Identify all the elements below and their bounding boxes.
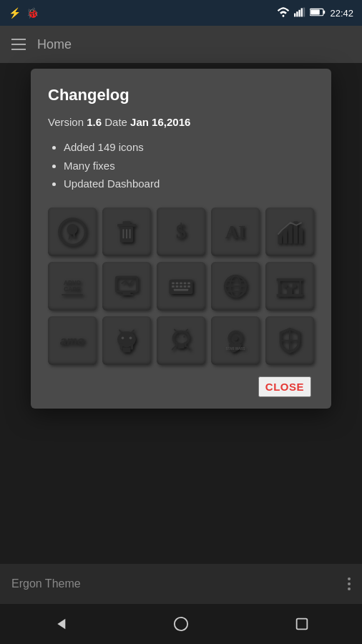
svg-text:$: $ — [176, 220, 187, 243]
version-number: 1.6 — [87, 116, 102, 128]
dialog-backdrop: Changelog Version 1.6 Date Jan 16,2016 A… — [0, 63, 362, 604]
svg-rect-27 — [120, 294, 133, 296]
icon-cell-ai: AI — [211, 208, 260, 256]
svg-rect-50 — [287, 287, 292, 293]
navigation-bar — [0, 604, 362, 644]
close-button[interactable]: CLOSE — [258, 376, 311, 397]
dot-2 — [348, 582, 351, 585]
status-bar-right: 22:42 — [277, 7, 353, 19]
svg-line-58 — [119, 330, 122, 333]
icon-cell-android — [102, 316, 151, 365]
signal-icon — [294, 7, 305, 19]
svg-point-76 — [175, 618, 187, 630]
svg-point-53 — [122, 336, 124, 339]
svg-rect-12 — [123, 229, 124, 238]
usb-icon: ⚡ — [9, 7, 21, 19]
svg-text:amo: amo — [60, 333, 84, 346]
svg-text:ADVO: ADVO — [64, 280, 81, 286]
svg-point-60 — [173, 331, 189, 344]
svg-line-68 — [172, 346, 176, 350]
icon-cell-pinterest — [48, 208, 97, 256]
svg-line-67 — [185, 329, 188, 332]
menu-button[interactable] — [11, 39, 26, 50]
svg-rect-19 — [288, 225, 293, 243]
svg-marker-75 — [58, 619, 66, 630]
icon-cell-monitor — [102, 262, 151, 311]
svg-rect-47 — [277, 294, 303, 297]
svg-rect-46 — [277, 278, 303, 281]
dot-1 — [348, 577, 351, 580]
svg-rect-77 — [296, 619, 307, 630]
svg-rect-3 — [301, 8, 303, 16]
overflow-menu-button[interactable] — [348, 577, 351, 590]
svg-rect-13 — [126, 229, 127, 238]
app-bar-title: Home — [37, 37, 72, 52]
changelog-item-2: Many fixes — [64, 157, 314, 175]
svg-rect-29 — [172, 282, 175, 284]
bottom-bar-title: Ergon Theme — [11, 577, 81, 590]
svg-rect-11 — [123, 221, 131, 224]
icon-cell-trash — [102, 208, 151, 256]
home-button[interactable] — [168, 611, 194, 637]
svg-rect-34 — [172, 286, 175, 288]
svg-rect-4 — [303, 7, 305, 16]
app-bar: Home — [0, 26, 362, 63]
svg-rect-55 — [120, 343, 123, 349]
svg-line-59 — [131, 330, 134, 333]
icon-cell-chart — [265, 208, 314, 256]
svg-rect-35 — [176, 286, 179, 288]
icon-cell-globe — [211, 262, 260, 311]
date-label: Date — [102, 116, 130, 128]
svg-rect-1 — [297, 11, 298, 16]
svg-rect-26 — [123, 291, 131, 294]
dot-3 — [348, 587, 351, 590]
svg-rect-37 — [184, 286, 187, 288]
version-label: Version — [48, 116, 87, 128]
svg-rect-38 — [187, 286, 190, 288]
svg-rect-7 — [311, 9, 321, 14]
icon-cell-android-dev — [157, 316, 205, 365]
icon-cell-keyboard — [157, 262, 205, 311]
icon-cell-building — [265, 262, 314, 311]
icon-cell-dollar: $ — [157, 208, 205, 256]
svg-rect-49 — [293, 283, 297, 288]
svg-rect-56 — [131, 343, 134, 349]
changelog-item-3: Updated Dashboard — [64, 175, 314, 193]
svg-rect-18 — [283, 229, 288, 243]
svg-line-66 — [175, 329, 177, 332]
dialog-version: Version 1.6 Date Jan 16,2016 — [48, 116, 314, 128]
svg-rect-25 — [116, 277, 137, 291]
svg-rect-2 — [299, 9, 300, 16]
svg-rect-30 — [176, 282, 179, 284]
changelog-item-1: Added 149 icons — [64, 138, 314, 157]
icon-cell-shield — [265, 316, 314, 365]
svg-rect-0 — [294, 13, 295, 16]
svg-line-69 — [186, 346, 190, 350]
icon-cell-starwars: STAR WARS — [211, 316, 260, 365]
bug-icon: 🐞 — [26, 7, 39, 19]
recents-button[interactable] — [289, 611, 315, 637]
svg-point-61 — [177, 336, 179, 338]
svg-rect-39 — [174, 288, 188, 291]
time-display: 22:42 — [330, 8, 353, 19]
wifi-icon — [277, 7, 290, 19]
svg-rect-36 — [180, 286, 182, 288]
svg-rect-65 — [177, 344, 184, 348]
status-bar: ⚡ 🐞 22:42 — [0, 0, 362, 26]
svg-rect-31 — [180, 282, 182, 284]
svg-point-62 — [183, 336, 185, 338]
svg-rect-21 — [299, 228, 303, 243]
svg-rect-17 — [278, 234, 283, 243]
dialog-title: Changelog — [48, 86, 314, 104]
svg-rect-24 — [62, 294, 82, 296]
svg-text:STAR WARS: STAR WARS — [225, 346, 245, 350]
icon-cell-advocare: ADVOCARE — [48, 262, 97, 311]
version-date: Jan 16,2016 — [130, 116, 190, 128]
icon-grid: $ AI ADVOCARE — [48, 208, 314, 365]
back-button[interactable] — [47, 611, 73, 637]
svg-rect-33 — [187, 282, 190, 284]
changelog-list: Added 149 icons Many fixes Updated Dashb… — [48, 138, 314, 193]
icon-cell-amo: amo — [48, 316, 97, 365]
svg-rect-48 — [283, 283, 288, 288]
svg-point-54 — [129, 336, 132, 339]
